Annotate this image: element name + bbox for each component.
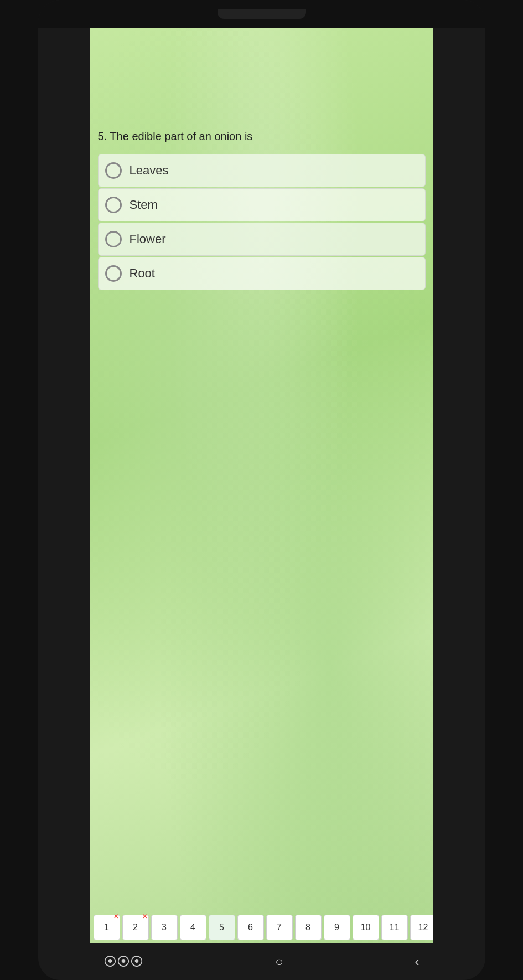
android-home-button[interactable]: ○ bbox=[275, 954, 283, 969]
option-b-text: Stem bbox=[130, 198, 158, 212]
option-a[interactable]: Leaves bbox=[98, 154, 426, 187]
radio-b bbox=[105, 197, 122, 213]
notch bbox=[218, 9, 306, 19]
options-container: Leaves Stem Flower bbox=[98, 154, 426, 290]
app-container: CISF Exam Prep Marks: 0/2 CISF-Model-13 … bbox=[90, 28, 433, 943]
q-num-5[interactable]: 5 bbox=[209, 915, 235, 940]
radio-a bbox=[105, 162, 122, 179]
q-num-8[interactable]: 8 bbox=[295, 915, 322, 940]
q-num-11[interactable]: 11 bbox=[381, 915, 408, 940]
q-num-6[interactable]: 6 bbox=[237, 915, 264, 940]
radio-c bbox=[105, 231, 122, 247]
q-num-4[interactable]: 4 bbox=[180, 915, 206, 940]
status-bar bbox=[38, 0, 485, 28]
question-grid: 1 2 3 4 5 6 7 8 9 10 11 12 bbox=[90, 910, 433, 943]
android-back-button[interactable]: ‹ bbox=[415, 954, 420, 969]
q-num-2[interactable]: 2 bbox=[122, 915, 149, 940]
android-nav-bar: ⦿⦿⦿ ○ ‹ bbox=[38, 943, 485, 980]
q-num-1[interactable]: 1 bbox=[94, 915, 120, 940]
option-d[interactable]: Root bbox=[98, 257, 426, 290]
q-num-7[interactable]: 7 bbox=[266, 915, 293, 940]
android-menu-button[interactable]: ⦿⦿⦿ bbox=[103, 954, 143, 969]
q-num-3[interactable]: 3 bbox=[151, 915, 178, 940]
q-num-12[interactable]: 12 bbox=[410, 915, 433, 940]
main-content: 5. The edible part of an onion is Leaves bbox=[90, 117, 433, 871]
option-a-text: Leaves bbox=[130, 163, 169, 178]
option-c[interactable]: Flower bbox=[98, 223, 426, 256]
question-text: 5. The edible part of an onion is bbox=[98, 128, 426, 144]
option-d-text: Root bbox=[130, 266, 155, 281]
radio-d bbox=[105, 265, 122, 282]
q-num-10[interactable]: 10 bbox=[353, 915, 379, 940]
option-b[interactable]: Stem bbox=[98, 188, 426, 221]
q-num-9[interactable]: 9 bbox=[324, 915, 350, 940]
option-c-text: Flower bbox=[130, 232, 166, 246]
